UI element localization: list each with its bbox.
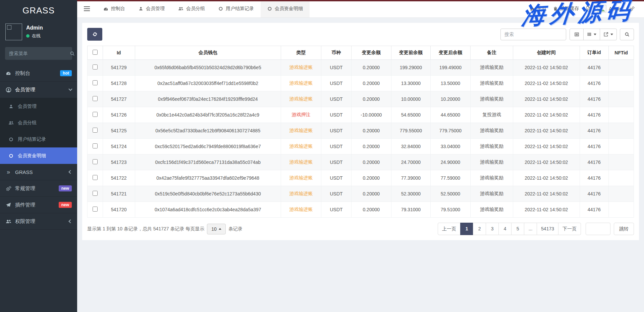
page-next-button[interactable]: 下一页 — [558, 223, 581, 235]
cell-before: 54.65000 — [391, 107, 430, 123]
clear-cache-label: 清除缓存 — [560, 6, 579, 12]
table-row: 5417290x65fd6d06bab5fb45501b50324d28d2d6… — [88, 60, 634, 76]
users-icon — [8, 120, 14, 126]
cell-currency: USDT — [321, 60, 352, 76]
page-number-button[interactable]: 54173 — [537, 223, 558, 235]
cell-change: -10.00000 — [351, 107, 391, 123]
cell-created: 2022-11-02 14:50:02 — [513, 60, 580, 76]
sidebar-item-dashboard[interactable]: 控制台 hot — [0, 65, 77, 82]
sidebar-item-grass[interactable]: GRASS — [0, 164, 77, 180]
cell-created: 2022-11-02 14:50:02 — [513, 170, 580, 186]
row-checkbox[interactable] — [93, 175, 98, 180]
tab-settlement-records[interactable]: 用户结算记录 — [212, 0, 261, 17]
row-checkbox[interactable] — [93, 207, 98, 212]
columns-button[interactable] — [583, 29, 600, 40]
tab-dashboard[interactable]: 控制台 — [97, 0, 132, 17]
cell-change: 0.20000 — [351, 60, 391, 76]
table-body: 5417290x65fd6d06bab5fb45501b50324d28d2d6… — [88, 60, 634, 218]
row-checkbox[interactable] — [93, 191, 98, 196]
detail-view-button[interactable] — [570, 29, 584, 40]
topbar: 控制台 会员管理 会员分组 用户结算记录 会员资金明细 — [77, 0, 644, 18]
table-toolbar — [87, 28, 634, 41]
page-number-button[interactable]: 1 — [460, 223, 473, 235]
search-button[interactable] — [620, 29, 634, 40]
tab-label: 控制台 — [111, 6, 125, 12]
cell-change: 0.20000 — [351, 170, 391, 186]
sidebar-item-label: GRASS — [15, 169, 33, 175]
cell-change: 0.20000 — [351, 76, 391, 91]
row-checkbox[interactable] — [93, 112, 98, 117]
page-number-button[interactable]: 5 — [511, 223, 524, 235]
sidebar-item-member-list[interactable]: 会员管理 — [0, 98, 77, 115]
clear-cache-link[interactable]: 清除缓存 — [553, 6, 579, 12]
row-select-cell — [88, 186, 103, 202]
cell-currency: USDT — [321, 91, 352, 107]
jump-page-input[interactable] — [586, 223, 610, 235]
page-number-button[interactable]: 4 — [498, 223, 512, 235]
row-checkbox[interactable] — [93, 96, 98, 101]
topbar-right: 主页 清除缓存 Admin — [530, 0, 644, 17]
user-icon — [139, 6, 143, 11]
cell-type: 游戏输进账 — [281, 60, 321, 76]
row-checkbox[interactable] — [93, 80, 98, 85]
tab-label: 会员资金明细 — [275, 6, 303, 12]
export-button[interactable] — [600, 29, 617, 40]
cell-type: 游戏输进账 — [281, 170, 321, 186]
menu-search[interactable] — [5, 47, 72, 60]
caret-down-icon — [594, 34, 596, 35]
page-number-button[interactable]: 3 — [486, 223, 499, 235]
menu-search-input[interactable] — [9, 51, 70, 56]
jump-button[interactable]: 跳转 — [614, 223, 634, 235]
table-row: 5417260x0bc1e442c0a624b34bf7fc3f205a16c2… — [88, 107, 634, 123]
tab-member-group[interactable]: 会员分组 — [171, 0, 212, 17]
select-all-checkbox[interactable] — [93, 50, 98, 55]
cell-after: 79.51000 — [430, 202, 470, 218]
column-header-after: 变更后余额 — [430, 46, 470, 60]
row-checkbox[interactable] — [93, 143, 98, 148]
cell-wallet: 0x42ae75fafe9f327775aa33947dfa602ef9e796… — [135, 170, 281, 186]
sidebar-item-permission-management[interactable]: 权限管理 — [0, 213, 77, 230]
sidebar-toggle-button[interactable] — [77, 0, 97, 17]
sidebar-item-member-management[interactable]: 会员管理 — [0, 82, 77, 98]
tab-label: 用户结算记录 — [226, 6, 254, 12]
table-header-row: Id 会员钱包 类型 币种 变更余额 变更前余额 变更后余额 备注 创建时间 订… — [88, 46, 634, 60]
circle-icon — [8, 137, 14, 142]
sidebar-item-general-management[interactable]: 常规管理 new — [0, 180, 77, 197]
tab-member-funds[interactable]: 会员资金明细 — [261, 0, 310, 17]
row-checkbox[interactable] — [93, 128, 98, 133]
brand-logo: GRASS — [0, 0, 77, 21]
cell-wallet: 0xcfc156d1f49c371d560eca77131da38a55c074… — [135, 154, 281, 170]
row-checkbox[interactable] — [93, 64, 98, 70]
table-row: 5417280x2ac51aff0a67c32003035ff4ef71dd1e… — [88, 76, 634, 91]
user-icon — [8, 104, 14, 109]
cell-before: 24.70000 — [391, 154, 430, 170]
sidebar-item-member-funds[interactable]: 会员资金明细 — [0, 147, 77, 164]
cell-remark: 游戏输奖励 — [470, 170, 513, 186]
page-ellipsis[interactable]: ... — [524, 223, 537, 235]
tab-member-management[interactable]: 会员管理 — [132, 0, 171, 17]
row-select-cell — [88, 139, 103, 154]
page-number-button[interactable]: 2 — [473, 223, 486, 235]
refresh-button[interactable] — [87, 28, 102, 41]
cell-created: 2022-11-02 14:50:02 — [513, 154, 580, 170]
page-size-dropdown[interactable]: 10 — [207, 224, 226, 234]
records-table: Id 会员钱包 类型 币种 变更余额 变更前余额 变更后余额 备注 创建时间 订… — [87, 46, 634, 218]
admin-menu[interactable]: Admin — [597, 5, 622, 13]
cell-wallet: 0x0bc1e442c0a624b34bf7fc3f205a16c28f22a4… — [135, 107, 281, 123]
cell-created: 2022-11-02 14:50:02 — [513, 123, 580, 139]
doc-link[interactable] — [586, 6, 590, 11]
home-link[interactable]: 主页 — [530, 6, 546, 12]
sidebar-item-plugin-management[interactable]: 插件管理 new — [0, 197, 77, 213]
sidebar-item-member-group[interactable]: 会员分组 — [0, 115, 77, 131]
column-header-created: 创建时间 — [513, 46, 580, 60]
page-prev-button[interactable]: 上一页 — [438, 223, 461, 235]
gear-icon[interactable] — [629, 6, 635, 12]
table-search-input[interactable] — [500, 29, 566, 40]
cell-type: 游戏输进账 — [281, 139, 321, 154]
cell-order-id: 44176 — [580, 60, 608, 76]
row-checkbox[interactable] — [93, 159, 98, 164]
sidebar-item-label: 会员分组 — [18, 120, 37, 126]
table-row: 5417220x42ae75fafe9f327775aa33947dfa602e… — [88, 170, 634, 186]
sidebar-item-settlement-records[interactable]: 用户结算记录 — [0, 131, 77, 147]
main-content: Id 会员钱包 类型 币种 变更余额 变更前余额 变更后余额 备注 创建时间 订… — [77, 18, 644, 312]
